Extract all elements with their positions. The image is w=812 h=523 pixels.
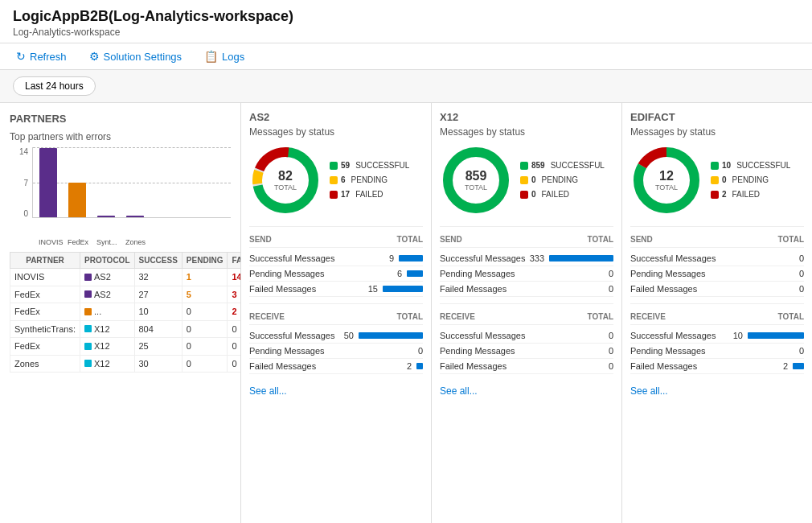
x12-receive-failed-label: Failed Messages	[440, 361, 506, 371]
as2-send-failed-row: Failed Messages 15	[249, 282, 423, 297]
col-success: SUCCESS	[134, 253, 182, 269]
cell-partner: FedEx	[10, 338, 80, 356]
cell-protocol: X12	[80, 320, 134, 338]
bar-synt-rect	[97, 216, 115, 217]
edifact-receive-total-label: TOTAL	[778, 312, 804, 321]
cell-protocol: X12	[80, 338, 134, 356]
edifact-legend-successful-dot	[711, 162, 719, 170]
as2-send-pending-val: 6	[397, 269, 402, 278]
as2-send-successful-val: 9	[389, 253, 394, 263]
x12-receive-pending-val: 0	[609, 346, 613, 356]
edifact-see-all[interactable]: See all...	[630, 385, 668, 397]
edifact-pending-label: PENDING	[732, 173, 769, 187]
cell-success: 30	[134, 355, 182, 373]
as2-receive-total-label: TOTAL	[397, 312, 423, 321]
edifact-receive-successful-bar	[748, 332, 804, 339]
logs-button[interactable]: 📋 Logs	[201, 48, 248, 64]
as2-receive-failed-val: 2	[407, 361, 412, 371]
edifact-legend-pending-dot	[711, 176, 719, 184]
cell-pending: 0	[182, 320, 228, 338]
edifact-pending-count: 0	[722, 173, 727, 187]
cell-success: 27	[134, 286, 182, 303]
refresh-button[interactable]: ↻ Refresh	[13, 48, 70, 64]
x12-receive-failed-val: 0	[609, 361, 613, 371]
x-label-zones: Zones	[125, 238, 143, 246]
x12-see-all[interactable]: See all...	[440, 385, 478, 397]
as2-pending-count: 6	[341, 173, 346, 187]
bar-fedex-rect	[68, 183, 86, 217]
as2-successful-count: 59	[341, 159, 350, 173]
y-axis-max: 14	[19, 147, 28, 156]
x12-send-label: SEND	[440, 235, 462, 244]
as2-title: AS2	[249, 111, 423, 123]
gear-icon: ⚙	[89, 50, 100, 63]
col-protocol: PROTOCOL	[80, 253, 134, 269]
cell-failed: 14	[228, 269, 241, 286]
x12-send-failed-row: Failed Messages 0	[440, 282, 613, 297]
edifact-receive-successful-val: 10	[733, 331, 743, 340]
cell-success: 10	[134, 303, 182, 321]
cell-pending: 1	[182, 269, 228, 286]
x12-send-pending-label: Pending Messages	[440, 269, 515, 278]
cell-failed: 3	[228, 286, 241, 303]
x12-failed-label: FAILED	[542, 187, 569, 202]
x12-receive-total-label: TOTAL	[588, 312, 613, 321]
x12-failed-count: 0	[531, 187, 536, 202]
as2-receive-section: RECEIVE TOTAL Successful Messages 50 Pen…	[249, 311, 423, 374]
cell-protocol: AS2	[80, 269, 134, 286]
as2-receive-successful-bar	[359, 332, 423, 339]
cell-pending: 0	[182, 303, 228, 321]
as2-send-pending-bar	[407, 270, 423, 277]
time-filter-button[interactable]: Last 24 hours	[13, 76, 96, 96]
cell-success: 25	[134, 338, 182, 356]
as2-see-all[interactable]: See all...	[249, 385, 287, 397]
partners-bar-chart: 14 7 0	[10, 147, 231, 244]
x12-send-pending-row: Pending Messages 0	[440, 266, 613, 282]
as2-send-successful-row: Successful Messages 9	[249, 251, 423, 266]
edifact-receive-failed-row: Failed Messages 2	[630, 359, 804, 374]
as2-send-section: SEND TOTAL Successful Messages 9 Pending…	[249, 233, 423, 297]
col-partner: PARTNER	[10, 253, 80, 269]
x12-successful-label: SUCCESSFUL	[551, 159, 605, 173]
cell-protocol: X12	[80, 355, 134, 373]
edifact-send-pending-label: Pending Messages	[630, 269, 706, 278]
x12-total: 859	[465, 168, 487, 183]
as2-receive-failed-row: Failed Messages 2	[249, 359, 423, 374]
edifact-send-successful-row: Successful Messages 0	[630, 251, 804, 266]
edifact-donut: 12 TOTAL	[630, 144, 703, 216]
x12-legend-pending-dot	[520, 176, 528, 184]
as2-receive-successful-label: Successful Messages	[249, 331, 334, 340]
table-row: FedEx X12 25 0 0	[10, 338, 242, 356]
cell-success: 804	[134, 320, 182, 338]
edifact-send-section: SEND TOTAL Successful Messages 0 Pending…	[630, 233, 804, 297]
cell-protocol: ...	[80, 303, 134, 321]
protocol-panels: AS2 Messages by status	[241, 103, 812, 523]
edifact-receive-pending-label: Pending Messages	[630, 346, 706, 356]
x12-receive-successful-val: 0	[609, 331, 613, 340]
x12-send-failed-val: 0	[609, 284, 613, 294]
as2-donut: 82 TOTAL	[249, 144, 322, 216]
edifact-legend: 10 SUCCESSFUL 0 PENDING 2 FAILED	[711, 159, 790, 202]
x12-send-total-label: TOTAL	[588, 235, 613, 244]
edifact-receive-label: RECEIVE	[630, 312, 666, 321]
edifact-legend-failed-dot	[711, 191, 719, 199]
solution-settings-button[interactable]: ⚙ Solution Settings	[86, 48, 186, 64]
app-title: LogicAppB2B(Log-Analytics-workspace)	[13, 8, 799, 25]
as2-legend-successful-dot	[330, 162, 338, 170]
cell-pending: 5	[182, 286, 228, 303]
edifact-send-pending-row: Pending Messages 0	[630, 266, 804, 282]
x12-donut-section: 859 TOTAL 859 SUCCESSFUL 0 PENDING	[440, 144, 613, 216]
header: LogicAppB2B(Log-Analytics-workspace) Log…	[0, 0, 812, 43]
x12-send-section: SEND TOTAL Successful Messages 333 Pendi…	[440, 233, 613, 297]
as2-send-failed-val: 15	[368, 284, 378, 294]
x12-title: X12	[440, 111, 613, 123]
table-row: INOVIS AS2 32 1 14	[10, 269, 242, 286]
bar-inovis-rect	[39, 148, 57, 217]
edifact-send-total-label: TOTAL	[778, 235, 804, 244]
x12-pending-count: 0	[531, 173, 536, 187]
as2-send-total-label: TOTAL	[397, 235, 423, 244]
as2-send-failed-bar	[383, 286, 423, 292]
as2-legend-pending-dot	[330, 176, 338, 184]
edifact-successful-label: SUCCESSFUL	[736, 159, 790, 173]
as2-send-label: SEND	[249, 235, 272, 244]
